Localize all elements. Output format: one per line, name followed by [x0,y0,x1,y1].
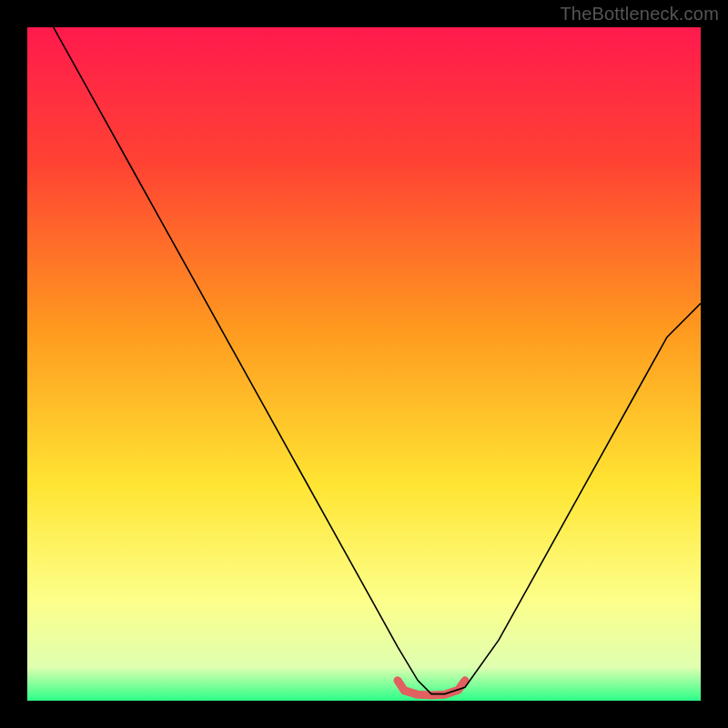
bottleneck-curve-line [27,27,701,694]
plot-area [27,27,701,701]
chart-frame: TheBottleneck.com [0,0,728,728]
curves-layer [27,27,701,701]
watermark-text: TheBottleneck.com [560,4,719,25]
